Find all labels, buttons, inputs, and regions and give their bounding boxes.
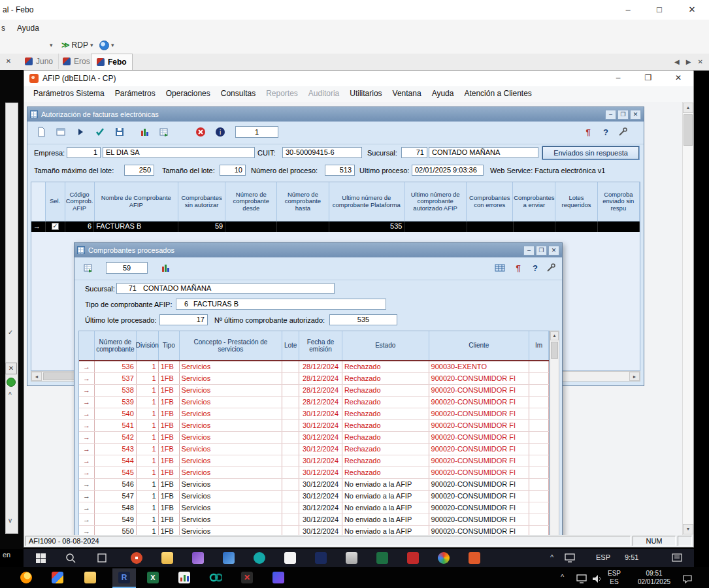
numero-proceso-field[interactable]: 513 [325,165,355,176]
print-setup-button[interactable]: ¶ [580,124,597,140]
tamano-maximo-field[interactable]: 250 [124,165,154,176]
menu-item[interactable]: Consultas [216,86,261,102]
column-header[interactable]: Número de comprobante hasta [277,182,329,221]
column-header[interactable]: Número de comprobante [95,331,137,360]
cancel-button[interactable] [192,124,209,140]
column-header[interactable]: Lotes requeridos [555,182,597,221]
close-button[interactable]: ✕ [677,0,707,20]
language-indicator[interactable]: ESP [596,553,610,561]
taskbar-app-7[interactable] [345,551,358,564]
info-button[interactable]: i [212,124,229,140]
row-checkbox[interactable]: ✓ [52,223,59,230]
process-counter[interactable]: 1 [235,126,278,138]
run-button[interactable] [72,124,89,140]
minimize-button[interactable]: – [613,0,643,20]
menu-item[interactable]: Ventana [387,86,427,102]
column-header[interactable]: Estado [342,331,429,360]
menu-item[interactable]: Operaciones [161,86,216,102]
new-document-button[interactable] [33,124,50,140]
column-header[interactable]: División [137,331,159,360]
report-button[interactable] [157,260,174,276]
network-icon[interactable] [575,572,588,585]
chart-app-icon[interactable] [178,571,191,584]
cuit-field[interactable]: 30-50009415-6 [282,147,362,158]
brush-app-icon[interactable] [272,571,285,584]
restore-button[interactable]: ❐ [633,71,663,86]
column-header[interactable]: Concepto - Prestación de servicios [180,331,283,360]
menu-item[interactable]: Utilitarios [344,86,387,102]
scroll-up-button[interactable]: ▲ [550,331,559,340]
tab-back-button[interactable]: ◀ [674,58,680,65]
column-header[interactable]: Número de comprobante desde [225,182,277,221]
column-header[interactable]: Fecha de emisión [299,331,342,360]
print-setup-button[interactable]: ¶ [510,260,527,276]
taskbar-app-2[interactable] [191,551,205,564]
taskbar-folder[interactable] [161,551,174,564]
comprobante-row[interactable]: → 544 1 1FB Servicios 30/12/2024 Rechaza… [79,455,549,467]
column-header[interactable]: Comprobantes sin autorizar [178,182,225,221]
save-button[interactable] [111,124,128,140]
record-counter[interactable]: 59 [106,262,148,274]
taskbar-app-9[interactable] [406,551,420,564]
empresa-name-field[interactable]: EL DIA SA [103,147,255,158]
report-button[interactable] [136,124,153,140]
table-view-button[interactable] [491,260,508,276]
task-view-button[interactable] [95,551,108,564]
scroll-left-button[interactable]: ◄ [31,372,42,381]
comprobante-row[interactable]: → 543 1 1FB Servicios 30/12/2024 Rechaza… [79,444,549,455]
comprobante-row[interactable]: → 548 1 1FB Servicios 30/12/2024 No envi… [79,502,549,514]
notification-icon[interactable] [681,572,694,585]
maximize-button[interactable]: □ [644,0,674,20]
column-header[interactable]: Comprobantes a enviar [513,182,555,221]
comprobante-row[interactable]: → 542 1 1FB Servicios 30/12/2024 Rechaza… [79,432,549,444]
menu-item[interactable]: Auditoria [303,86,344,102]
tab-eros[interactable]: Eros [58,54,96,69]
scroll-down-button[interactable]: ▼ [683,524,693,534]
close-button[interactable]: ✕ [5,363,17,374]
comprobante-row[interactable]: → 539 1 1FB Servicios 28/12/2024 Rechaza… [79,397,549,408]
remote-app-icon[interactable]: R [112,568,136,588]
taskbar-app-8[interactable] [376,551,389,564]
chevron-down-icon[interactable]: v [8,517,12,524]
column-header[interactable]: Ultimo número de comprobante Plataforma [329,182,405,221]
scroll-up-button[interactable]: ▲ [683,103,693,113]
restore-button[interactable]: ❐ [536,246,547,255]
comprobante-row[interactable]: → 547 1 1FB Servicios 30/12/2024 No envi… [79,491,549,502]
column-header[interactable]: Lote [282,331,299,360]
selected-row[interactable]: → ✓ 6 FACTURAS B 59 535 [31,221,640,232]
tab-juno[interactable]: Juno [20,54,59,69]
mdi-vertical-scrollbar[interactable]: ▲ ▼ [682,102,693,535]
taskbar-app-4[interactable] [253,551,266,564]
properties-button[interactable] [52,124,69,140]
tamano-lote-field[interactable]: 10 [220,165,246,176]
minimize-button[interactable]: – [523,246,535,255]
connection-button[interactable]: ▾ [99,37,114,54]
scrollbar-thumb[interactable] [684,114,693,146]
comprobante-row[interactable]: → 550 1 1FB Servicios 30/12/2024 No envi… [79,526,549,535]
sucursal-name-field[interactable]: CONTADO MAÑANA [429,147,538,158]
comprobante-row[interactable]: → 549 1 1FB Servicios 30/12/2024 No envi… [79,514,549,526]
clock[interactable]: 9:51 [625,553,638,561]
chevron-up-icon[interactable]: ^ [8,391,12,399]
paint-app-icon[interactable] [51,571,64,584]
comprobante-row[interactable]: → 546 1 1FB Servicios 30/12/2024 No envi… [79,479,549,491]
column-header[interactable]: Im [529,331,549,360]
column-header[interactable]: Comproba enviado sin respu [598,182,640,221]
tools-button[interactable] [614,124,631,140]
enviados-sin-respuesta-button[interactable]: Enviados sin respuesta [542,146,639,159]
network-icon[interactable] [563,551,576,564]
language-indicator[interactable]: ESP ES [608,570,621,586]
action-center-icon[interactable] [670,551,684,564]
menu-item[interactable]: Parámetros Sistema [28,86,110,102]
tab-forward-button[interactable]: ▶ [686,58,691,65]
toolbar-dropdown[interactable]: ▾ [50,37,53,54]
close-button[interactable]: ✕ [630,110,641,120]
taskbar-app-10[interactable] [437,551,450,564]
comprobante-row[interactable]: → 545 1 1FB Servicios 30/12/2024 Rechaza… [79,467,549,479]
chevron-up-icon[interactable]: ^ [550,553,553,561]
help-button[interactable]: ? [527,260,544,276]
menu-item[interactable]: Reportes [261,86,303,102]
menu-item[interactable]: Parámetros [110,86,161,102]
ultimo-lote-field[interactable]: 17 [159,314,208,325]
export-grid-button[interactable] [80,260,97,276]
